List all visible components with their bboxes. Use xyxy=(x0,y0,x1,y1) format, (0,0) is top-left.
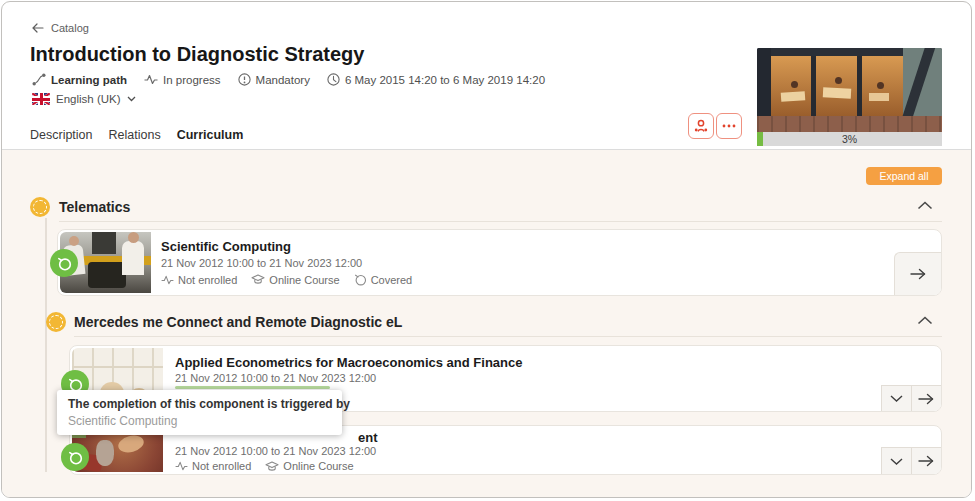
member-button[interactable] xyxy=(688,113,714,139)
course-card-progress xyxy=(175,386,330,389)
curriculum-panel: Expand all Telematics Scientific Computi… xyxy=(2,150,971,498)
page-title: Introduction to Diagnostic Strategy xyxy=(30,43,364,66)
meta-learning-path: Learning path xyxy=(32,73,127,86)
course-progress-bar: 3% xyxy=(757,132,942,146)
learning-path-icon xyxy=(32,73,46,86)
open-course-button[interactable] xyxy=(911,447,941,474)
meta-mandatory: Mandatory xyxy=(238,73,310,86)
more-options-icon xyxy=(722,124,736,128)
meta-mandatory-label: Mandatory xyxy=(256,74,310,86)
member-icon xyxy=(693,119,709,133)
expand-course-button[interactable] xyxy=(881,385,911,411)
chevron-down-icon xyxy=(890,395,903,402)
chevron-up-icon[interactable] xyxy=(917,316,933,325)
arrow-right-icon xyxy=(918,393,935,405)
language-selector[interactable]: English (UK) xyxy=(32,93,136,105)
section-separator xyxy=(74,336,942,337)
expand-all-button[interactable]: Expand all xyxy=(866,167,942,185)
open-course-button[interactable] xyxy=(894,252,941,295)
status-covered: Covered xyxy=(354,273,413,286)
status-online-course: Online Course xyxy=(265,460,353,472)
arrow-right-icon xyxy=(910,268,927,280)
expand-course-button[interactable] xyxy=(881,447,911,474)
status-online-course: Online Course xyxy=(251,274,339,286)
section-title-telematics: Telematics xyxy=(59,199,130,215)
course-card-status-row: Not enrolled Online Course Covered xyxy=(161,273,412,286)
meta-status: In progress xyxy=(144,74,221,86)
course-card-title: ent xyxy=(358,430,378,445)
section-title-mercedes: Mercedes me Connect and Remote Diagnosti… xyxy=(74,314,402,330)
course-card-dates: 21 Nov 2012 10:00 to 21 Nov 2023 12:00 xyxy=(175,372,376,384)
more-options-button[interactable] xyxy=(716,113,742,139)
breadcrumb[interactable]: Catalog xyxy=(32,22,89,34)
open-course-button[interactable] xyxy=(911,385,941,411)
clock-icon xyxy=(327,73,340,86)
tooltip-text: The completion of this component is trig… xyxy=(68,397,350,411)
status-not-enrolled: Not enrolled xyxy=(175,460,251,472)
pulse-icon xyxy=(161,275,174,285)
course-card-title: Scientific Computing xyxy=(161,239,291,254)
chevron-up-icon[interactable] xyxy=(917,201,933,210)
covered-icon xyxy=(354,273,367,286)
completion-trigger-tooltip: The completion of this component is trig… xyxy=(57,390,342,435)
arrow-right-icon xyxy=(918,455,935,467)
mandatory-icon xyxy=(238,73,251,86)
covered-badge-icon xyxy=(61,443,89,471)
course-card-dates: 21 Nov 2012 10:00 to 21 Nov 2023 12:00 xyxy=(175,445,376,457)
course-card-dates: 21 Nov 2012 10:00 to 21 Nov 2023 12:00 xyxy=(161,257,362,269)
course-card-status-row: Not enrolled Online Course xyxy=(175,460,354,472)
online-course-icon xyxy=(265,461,279,472)
section-status-icon xyxy=(46,312,66,332)
language-label: English (UK) xyxy=(56,93,121,105)
course-card-title: Applied Econometrics for Macroeconomics … xyxy=(175,355,522,370)
pulse-icon xyxy=(144,74,158,85)
section-status-icon xyxy=(30,197,50,217)
tooltip-trigger-course: Scientific Computing xyxy=(68,414,177,428)
course-card-scientific-computing[interactable]: Scientific Computing 21 Nov 2012 10:00 t… xyxy=(57,229,942,296)
back-arrow-icon xyxy=(32,23,44,33)
status-not-enrolled: Not enrolled xyxy=(161,274,237,286)
course-cover-image xyxy=(757,48,942,132)
meta-dates-label: 6 May 2015 14:20 to 6 May 2019 14:20 xyxy=(345,74,545,86)
course-meta-row: Learning path In progress Mandatory 6 Ma… xyxy=(32,73,545,86)
chevron-down-icon xyxy=(127,96,136,102)
meta-status-label: In progress xyxy=(163,74,221,86)
section-separator xyxy=(59,221,942,222)
covered-badge-icon xyxy=(50,249,78,277)
breadcrumb-label: Catalog xyxy=(51,22,89,34)
course-progress-label: 3% xyxy=(757,133,942,145)
course-detail-page: Catalog Introduction to Diagnostic Strat… xyxy=(1,1,972,498)
uk-flag-icon xyxy=(32,93,50,105)
meta-dates: 6 May 2015 14:20 to 6 May 2019 14:20 xyxy=(327,73,545,86)
online-course-icon xyxy=(251,274,265,285)
pulse-icon xyxy=(175,461,188,471)
chevron-down-icon xyxy=(890,458,903,465)
curriculum-timeline xyxy=(45,218,47,472)
meta-learning-path-label: Learning path xyxy=(51,74,127,86)
